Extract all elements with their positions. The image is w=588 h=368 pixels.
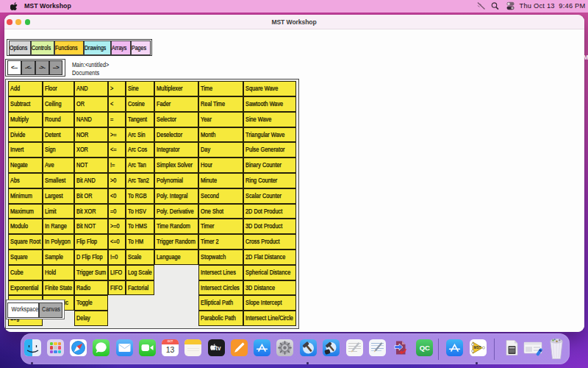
svg-text:MST: MST [473,346,481,350]
svg-text:tv: tv [215,345,221,352]
